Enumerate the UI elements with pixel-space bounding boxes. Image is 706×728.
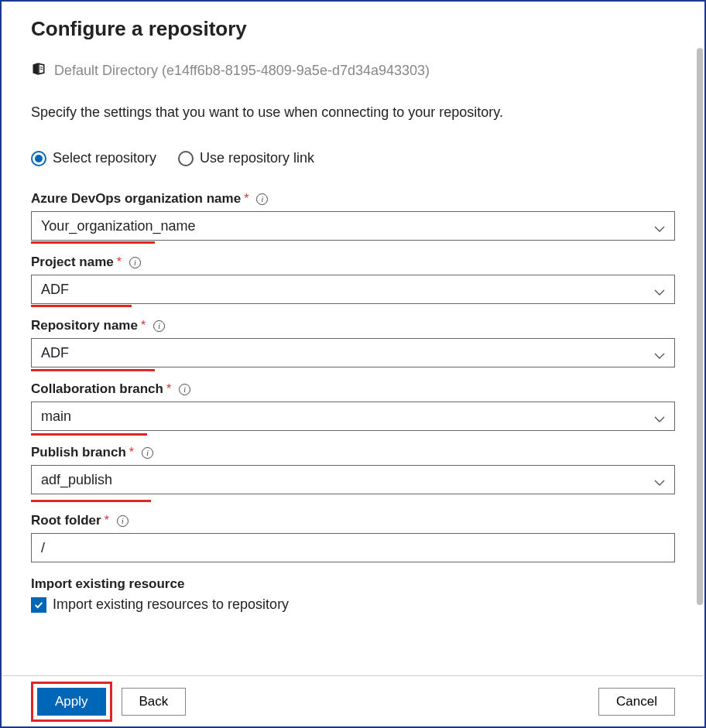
select-value: Your_organization_name bbox=[41, 218, 196, 234]
import-checkbox-row: Import existing resources to repository bbox=[31, 596, 675, 613]
radio-label: Select repository bbox=[53, 150, 156, 166]
import-checkbox-label: Import existing resources to repository bbox=[53, 596, 289, 613]
chevron-down-icon bbox=[654, 220, 665, 231]
info-icon[interactable]: i bbox=[153, 320, 165, 332]
organization-icon bbox=[31, 61, 46, 80]
field-label: Collaboration branch bbox=[31, 381, 163, 397]
radio-circle-icon bbox=[178, 151, 194, 166]
highlight-underline bbox=[31, 305, 132, 307]
chevron-down-icon bbox=[654, 474, 665, 485]
import-heading: Import existing resource bbox=[31, 576, 675, 592]
field-repository: Repository name * i ADF bbox=[31, 318, 675, 367]
project-select[interactable]: ADF bbox=[31, 275, 675, 304]
footer-bar: Apply Back Cancel bbox=[3, 675, 703, 726]
field-organization: Azure DevOps organization name * i Your_… bbox=[31, 191, 675, 241]
required-star-icon: * bbox=[129, 446, 134, 460]
root-folder-input[interactable]: / bbox=[31, 533, 675, 562]
field-project: Project name * i ADF bbox=[31, 255, 675, 304]
info-icon[interactable]: i bbox=[129, 257, 141, 268]
select-value: main bbox=[41, 408, 71, 425]
apply-button[interactable]: Apply bbox=[37, 688, 106, 716]
select-value: ADF bbox=[41, 282, 69, 298]
input-value: / bbox=[41, 540, 45, 556]
apply-highlight-box: Apply bbox=[31, 682, 112, 722]
collab-branch-select[interactable]: main bbox=[31, 402, 675, 431]
select-value: adf_publish bbox=[41, 472, 112, 488]
radio-select-repository[interactable]: Select repository bbox=[31, 150, 156, 166]
description-text: Specify the settings that you want to us… bbox=[31, 104, 675, 121]
required-star-icon: * bbox=[141, 319, 146, 333]
chevron-down-icon bbox=[654, 347, 665, 358]
required-star-icon: * bbox=[166, 382, 171, 396]
info-icon[interactable]: i bbox=[256, 193, 268, 205]
highlight-underline bbox=[31, 241, 155, 244]
import-checkbox[interactable] bbox=[31, 597, 46, 613]
info-icon[interactable]: i bbox=[142, 447, 153, 459]
breadcrumb: Default Directory (e14ff6b8-8195-4809-9a… bbox=[31, 61, 675, 80]
field-publish-branch: Publish branch * i adf_publish bbox=[31, 445, 675, 494]
highlight-underline bbox=[31, 369, 155, 371]
page-title: Configure a repository bbox=[31, 17, 675, 41]
repository-mode-radios: Select repository Use repository link bbox=[31, 150, 675, 166]
required-star-icon: * bbox=[244, 192, 248, 206]
field-root-folder: Root folder * i / bbox=[31, 513, 675, 562]
back-button[interactable]: Back bbox=[122, 688, 187, 716]
chevron-down-icon bbox=[654, 411, 665, 422]
info-icon[interactable]: i bbox=[179, 384, 190, 395]
publish-branch-select[interactable]: adf_publish bbox=[31, 465, 675, 494]
highlight-underline bbox=[31, 500, 151, 502]
cancel-button[interactable]: Cancel bbox=[598, 688, 675, 716]
required-star-icon: * bbox=[105, 514, 109, 528]
select-value: ADF bbox=[41, 345, 69, 361]
chevron-down-icon bbox=[654, 284, 665, 295]
field-label: Azure DevOps organization name bbox=[31, 191, 241, 207]
field-label: Root folder bbox=[31, 513, 101, 528]
field-label: Repository name bbox=[31, 318, 138, 333]
field-label: Publish branch bbox=[31, 445, 126, 460]
required-star-icon: * bbox=[117, 255, 122, 269]
radio-use-repository-link[interactable]: Use repository link bbox=[178, 150, 314, 166]
breadcrumb-text: Default Directory (e14ff6b8-8195-4809-9a… bbox=[54, 63, 430, 79]
repository-select[interactable]: ADF bbox=[31, 338, 675, 367]
field-label: Project name bbox=[31, 255, 114, 270]
highlight-underline bbox=[31, 433, 147, 436]
scrollbar[interactable] bbox=[695, 3, 703, 675]
organization-select[interactable]: Your_organization_name bbox=[31, 211, 675, 241]
field-collab-branch: Collaboration branch * i main bbox=[31, 381, 675, 431]
radio-dot-icon bbox=[31, 151, 46, 166]
radio-label: Use repository link bbox=[200, 150, 314, 166]
scrollbar-thumb[interactable] bbox=[697, 48, 703, 605]
info-icon[interactable]: i bbox=[117, 515, 129, 527]
